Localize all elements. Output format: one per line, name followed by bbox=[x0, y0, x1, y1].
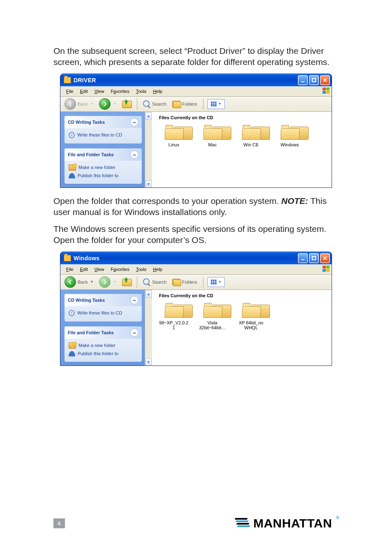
make-new-folder-link[interactable]: Make a new folder bbox=[69, 341, 138, 350]
scroll-down-icon[interactable]: ▼ bbox=[145, 358, 152, 366]
folder-icon bbox=[203, 304, 221, 318]
views-icon bbox=[211, 280, 217, 284]
svg-rect-3 bbox=[312, 257, 316, 260]
search-icon bbox=[143, 278, 150, 286]
publish-folder-link[interactable]: Publish this folder to bbox=[69, 172, 138, 180]
menu-favorites[interactable]: Favorites bbox=[107, 266, 132, 273]
cd-tasks-header[interactable]: CD Writing Tasks ︽ bbox=[65, 294, 142, 306]
chevron-down-icon: ▼ bbox=[113, 280, 116, 284]
search-button[interactable]: Search bbox=[141, 99, 168, 109]
back-arrow-icon bbox=[65, 276, 76, 288]
scrollbar[interactable]: ▲ ▼ bbox=[145, 112, 152, 188]
search-icon bbox=[143, 100, 150, 108]
scroll-down-icon[interactable]: ▼ bbox=[145, 180, 152, 188]
forward-button[interactable]: ▼ bbox=[97, 275, 118, 289]
link-label: Publish this folder to bbox=[78, 351, 118, 356]
scroll-up-icon[interactable]: ▲ bbox=[145, 290, 152, 298]
up-folder-icon bbox=[122, 278, 131, 286]
write-files-to-cd-link[interactable]: Write these files to CD bbox=[69, 309, 138, 317]
back-button[interactable]: Back ▼ bbox=[63, 97, 95, 111]
cd-writing-tasks-panel: CD Writing Tasks ︽ Write these files to … bbox=[65, 116, 142, 143]
menu-favorites[interactable]: Favorites bbox=[107, 88, 132, 95]
folder-icon bbox=[64, 77, 71, 83]
make-new-folder-link[interactable]: Make a new folder bbox=[69, 163, 138, 172]
folder-icon bbox=[242, 126, 260, 140]
ff-tasks-title: File and Folder Tasks bbox=[68, 330, 114, 335]
menu-edit[interactable]: Edit bbox=[77, 266, 91, 273]
cd-tasks-title: CD Writing Tasks bbox=[68, 298, 105, 303]
menu-file[interactable]: File bbox=[63, 266, 77, 273]
scroll-up-icon[interactable]: ▲ bbox=[145, 112, 152, 120]
folder-item[interactable]: Linux bbox=[159, 126, 189, 148]
folder-item[interactable]: Vista 32bit~64bit… bbox=[198, 304, 227, 331]
folder-label: Mac bbox=[198, 142, 227, 148]
maximize-button[interactable] bbox=[309, 75, 319, 85]
folder-grid-2: 98~XP_V2.0.2 1Vista 32bit~64bit…XP 64bit… bbox=[157, 304, 327, 331]
link-label: Make a new folder bbox=[78, 343, 115, 348]
collapse-icon[interactable]: ︽ bbox=[130, 296, 138, 304]
files-pane: Files Currently on the CD 98~XP_V2.0.2 1… bbox=[152, 290, 332, 366]
folder-icon bbox=[64, 255, 71, 261]
window-title: DRIVER bbox=[74, 77, 298, 83]
collapse-icon[interactable]: ︽ bbox=[130, 328, 138, 337]
windows-logo-icon bbox=[322, 87, 330, 95]
up-button[interactable] bbox=[120, 277, 133, 287]
explorer-window-driver: DRIVER File Edit View Favorites Tools He… bbox=[60, 74, 332, 188]
up-button[interactable] bbox=[120, 99, 133, 109]
close-button[interactable] bbox=[320, 75, 330, 85]
new-folder-icon bbox=[69, 342, 76, 349]
titlebar[interactable]: DRIVER bbox=[60, 74, 332, 86]
menu-tools[interactable]: Tools bbox=[133, 88, 150, 95]
svg-rect-0 bbox=[301, 81, 304, 82]
brand-logo: MANHATTAN® bbox=[235, 516, 339, 530]
folder-item[interactable]: XP 64bit_no WHQL bbox=[236, 304, 266, 331]
menu-view[interactable]: View bbox=[91, 266, 108, 273]
publish-icon bbox=[69, 351, 75, 356]
views-button[interactable]: ▼ bbox=[208, 277, 225, 287]
folder-icon bbox=[203, 126, 221, 140]
menu-view[interactable]: View bbox=[91, 88, 108, 95]
cd-tasks-header[interactable]: CD Writing Tasks ︽ bbox=[65, 116, 142, 128]
paragraph-1: On the subsequent screen, select “Produc… bbox=[53, 45, 339, 68]
forward-button[interactable]: ▼ bbox=[97, 97, 118, 111]
folder-item[interactable]: Win CE bbox=[236, 126, 266, 148]
titlebar[interactable]: Windows bbox=[60, 252, 332, 264]
write-files-to-cd-link[interactable]: Write these files to CD bbox=[69, 131, 138, 139]
collapse-icon[interactable]: ︽ bbox=[130, 150, 138, 159]
chevron-down-icon: ▼ bbox=[90, 280, 93, 284]
views-button[interactable]: ▼ bbox=[208, 99, 225, 109]
file-folder-tasks-panel: File and Folder Tasks ︽ Make a new folde… bbox=[65, 326, 142, 362]
menu-help[interactable]: Help bbox=[150, 266, 166, 273]
folders-button[interactable]: Folders bbox=[171, 100, 199, 108]
toolbar: Back ▼ ▼ Search Folders ▼ bbox=[60, 275, 332, 290]
menu-help[interactable]: Help bbox=[150, 88, 166, 95]
menu-edit[interactable]: Edit bbox=[77, 88, 91, 95]
scrollbar[interactable]: ▲ ▼ bbox=[145, 290, 152, 366]
folders-icon bbox=[172, 101, 180, 107]
folder-item[interactable]: Windows bbox=[275, 126, 304, 148]
folder-label: XP 64bit_no WHQL bbox=[236, 320, 266, 331]
menu-tools[interactable]: Tools bbox=[133, 266, 150, 273]
search-button[interactable]: Search bbox=[141, 278, 168, 287]
minimize-button[interactable] bbox=[298, 75, 308, 85]
page-footer: 4 MANHATTAN® bbox=[53, 516, 339, 530]
collapse-icon[interactable]: ︽ bbox=[130, 118, 138, 126]
minimize-button[interactable] bbox=[298, 253, 308, 263]
explorer-window-windows: Windows File Edit View Favorites Tools H… bbox=[60, 252, 332, 366]
folder-icon bbox=[165, 304, 183, 318]
maximize-button[interactable] bbox=[309, 253, 319, 263]
folder-label: 98~XP_V2.0.2 1 bbox=[159, 320, 189, 331]
ff-tasks-header[interactable]: File and Folder Tasks ︽ bbox=[65, 148, 142, 161]
forward-arrow-icon bbox=[99, 276, 111, 288]
folder-item[interactable]: Mac bbox=[198, 126, 227, 148]
back-button[interactable]: Back ▼ bbox=[63, 275, 95, 289]
task-pane: CD Writing Tasks ︽ Write these files to … bbox=[60, 290, 152, 366]
ff-tasks-header[interactable]: File and Folder Tasks ︽ bbox=[65, 326, 142, 339]
folder-item[interactable]: 98~XP_V2.0.2 1 bbox=[159, 304, 189, 331]
menu-file[interactable]: File bbox=[63, 88, 77, 95]
folders-button[interactable]: Folders bbox=[171, 278, 199, 286]
publish-folder-link[interactable]: Publish this folder to bbox=[69, 350, 138, 358]
window-title: Windows bbox=[74, 255, 298, 261]
folder-grid-1: LinuxMacWin CEWindows bbox=[157, 126, 327, 148]
close-button[interactable] bbox=[320, 253, 330, 263]
